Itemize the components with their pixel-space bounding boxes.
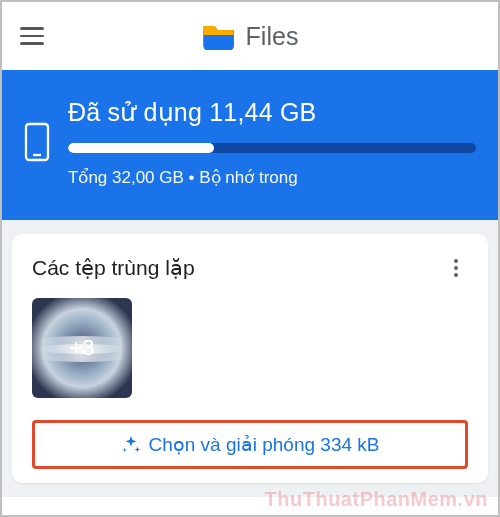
cta-highlight-box: Chọn và giải phóng 334 kB — [32, 420, 468, 469]
storage-progress — [68, 143, 476, 153]
storage-total-text: Tổng 32,00 GB • Bộ nhớ trong — [68, 167, 476, 188]
files-logo-icon — [202, 22, 236, 50]
thumbnail-count-badge: +3 — [69, 335, 94, 361]
card-overflow-menu[interactable] — [444, 256, 468, 280]
app-bar: Files — [2, 2, 498, 70]
select-and-free-button[interactable]: Chọn và giải phóng 334 kB — [148, 433, 379, 456]
app-frame: Files Đã sử dụng 11,44 GB Tổng 32,00 GB … — [0, 0, 500, 517]
menu-icon[interactable] — [16, 20, 48, 52]
storage-info: Đã sử dụng 11,44 GB Tổng 32,00 GB • Bộ n… — [68, 98, 476, 188]
duplicate-thumbnail[interactable]: +3 — [32, 298, 132, 398]
duplicate-files-card: Các tệp trùng lặp +3 Chọn và — [12, 234, 488, 483]
thumbnail-row: +3 — [32, 298, 468, 398]
storage-used-text: Đã sử dụng 11,44 GB — [68, 98, 476, 127]
app-title-wrap: Files — [202, 22, 299, 51]
app-title: Files — [246, 22, 299, 51]
clean-cards-area: Các tệp trùng lặp +3 Chọn và — [2, 220, 498, 497]
storage-hero: Đã sử dụng 11,44 GB Tổng 32,00 GB • Bộ n… — [2, 70, 498, 220]
card-title: Các tệp trùng lặp — [32, 256, 195, 280]
phone-icon — [24, 122, 50, 166]
svg-rect-3 — [204, 30, 234, 35]
storage-progress-fill — [68, 143, 214, 153]
sparkle-icon — [120, 434, 142, 456]
